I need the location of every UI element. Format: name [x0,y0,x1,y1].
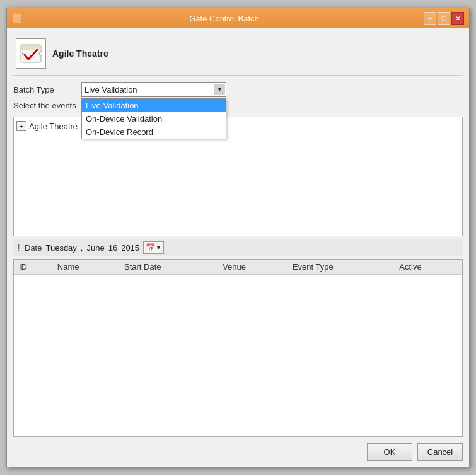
events-table: ID Name Start Date Venue Event Type Acti… [14,260,462,275]
title-bar-icon [12,12,25,25]
table-header-row: ID Name Start Date Venue Event Type Acti… [14,260,462,275]
batch-type-dropdown[interactable]: Live Validation On-Device Validation On-… [81,98,226,139]
main-window: Gate Control Batch − □ ✕ [6,8,470,467]
svg-rect-0 [13,14,21,23]
date-label: Date [25,243,42,253]
svg-point-3 [20,52,23,55]
svg-rect-2 [21,45,41,50]
header-section: Agile Theatre [13,35,463,76]
window-controls: − □ ✕ [424,12,464,25]
batch-type-label: Batch Type [13,85,76,94]
form-section: Batch Type Live Validation On-Device Val… [13,82,463,110]
footer-section: OK Cancel [13,437,463,461]
calendar-icon: 📅 [146,243,155,252]
batch-type-row: Batch Type Live Validation On-Device Val… [13,82,463,97]
ok-button[interactable]: OK [367,443,412,461]
cancel-button[interactable]: Cancel [417,443,463,461]
date-picker-arrow-icon: ▼ [156,244,161,251]
date-separator1: , [81,243,83,253]
date-day-name: Tuesday [45,243,76,253]
col-header-id: ID [14,260,52,275]
select-events-row: Select the events [13,101,463,110]
dropdown-item-on-device-record[interactable]: On-Device Record [82,125,226,139]
col-header-name: Name [52,260,119,275]
batch-type-select[interactable]: Live Validation On-Device Validation On-… [81,82,226,97]
svg-point-4 [39,52,42,55]
col-header-event-type: Event Type [287,260,394,275]
date-month: June [86,243,104,253]
date-day-num: 16 [108,243,117,253]
close-button[interactable]: ✕ [451,12,464,25]
date-bar: ⁞ Date Tuesday , June 16 2015 📅 ▼ [13,239,463,256]
window-content: Agile Theatre Batch Type Live Validation… [7,28,469,467]
date-picker-button[interactable]: 📅 ▼ [143,241,164,254]
events-tree[interactable]: + Agile Theatre [13,117,463,236]
events-table-section: ID Name Start Date Venue Event Type Acti… [13,259,463,437]
col-header-start-date: Start Date [119,260,218,275]
tree-expand-button[interactable]: + [16,121,26,131]
select-events-label: Select the events [13,101,76,110]
dropdown-item-on-device-validation[interactable]: On-Device Validation [82,112,226,125]
window-title: Gate Control Batch [25,14,424,23]
title-bar: Gate Control Batch − □ ✕ [7,8,469,28]
date-bar-grip: ⁞ [17,242,21,254]
app-title: Agile Theatre [52,49,108,59]
batch-type-select-wrapper: Live Validation On-Device Validation On-… [81,82,226,97]
col-header-active: Active [394,260,462,275]
dropdown-item-live-validation[interactable]: Live Validation [82,99,226,112]
app-icon [16,38,46,69]
tree-root-label: Agile Theatre [29,122,78,131]
col-header-venue: Venue [218,260,287,275]
date-year: 2015 [121,243,139,253]
minimize-button[interactable]: − [424,12,436,25]
maximize-button[interactable]: □ [438,12,450,25]
